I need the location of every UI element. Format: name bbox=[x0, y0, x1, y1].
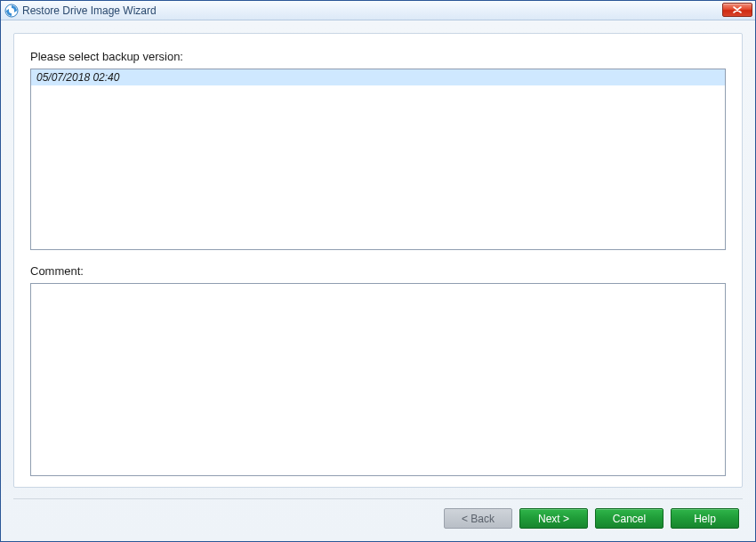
list-item[interactable]: 05/07/2018 02:40 bbox=[31, 69, 725, 85]
wizard-panel: Please select backup version: 05/07/2018… bbox=[13, 33, 743, 488]
back-button[interactable]: < Back bbox=[444, 508, 512, 529]
client-area: Please select backup version: 05/07/2018… bbox=[1, 20, 755, 541]
next-button[interactable]: Next > bbox=[519, 508, 588, 529]
comment-label: Comment: bbox=[30, 264, 726, 278]
cancel-button[interactable]: Cancel bbox=[595, 508, 664, 529]
window-title: Restore Drive Image Wizard bbox=[22, 4, 157, 17]
button-row: < Back Next > Cancel Help bbox=[1, 499, 755, 541]
select-backup-version-label: Please select backup version: bbox=[30, 50, 726, 63]
app-icon bbox=[4, 4, 19, 18]
comment-textarea[interactable] bbox=[30, 283, 726, 476]
help-button[interactable]: Help bbox=[671, 508, 739, 529]
wizard-window: Restore Drive Image Wizard Please select… bbox=[0, 0, 756, 542]
close-button[interactable] bbox=[722, 3, 752, 17]
titlebar: Restore Drive Image Wizard bbox=[1, 1, 755, 20]
backup-version-list[interactable]: 05/07/2018 02:40 bbox=[30, 69, 726, 250]
